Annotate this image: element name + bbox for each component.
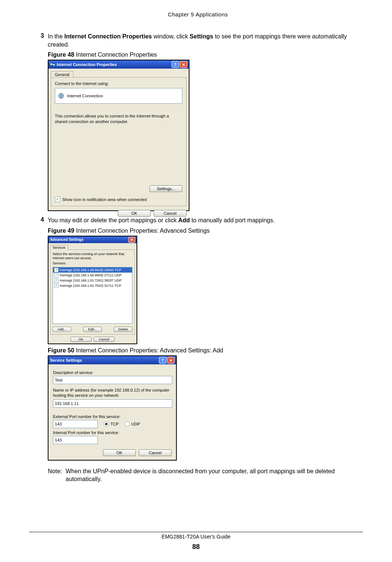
upnp-note: Note: When the UPnP-enabled device is di…	[48, 467, 362, 483]
step3-b2: Settings	[190, 33, 213, 40]
close-icon[interactable]: ✕	[180, 61, 187, 68]
figure-50-caption: Figure 50 Internet Connection Properties…	[48, 347, 362, 354]
help-icon[interactable]: ?	[159, 357, 166, 364]
tcp-radio[interactable]: TCP	[104, 421, 119, 427]
cancel-button[interactable]: Cancel	[154, 210, 186, 217]
list-item[interactable]: ✓msmsgs (192.168.1.81:7281) 35037 UDP	[53, 278, 132, 283]
fig48-description: This connection allows you to connect to…	[55, 113, 182, 125]
step4-t2: to manually add port mappings.	[190, 217, 275, 223]
checkbox-icon[interactable]: ✓	[54, 283, 59, 288]
step4-b1: Add	[178, 217, 190, 223]
checkbox-icon[interactable]: ✓	[54, 273, 59, 277]
svc-text: msmsgs (192.168.1.66:9859) 27111 UDP	[60, 273, 122, 277]
fig48-window: Internet Connection Properties ? ✕ Gener…	[48, 60, 189, 211]
udp-radio[interactable]: UDP	[125, 421, 140, 427]
host-input[interactable]: 192.168.1.11	[53, 399, 172, 408]
svc-text: msmsgs (192.168.1.66:9618) 16600 TCP	[60, 268, 121, 272]
note-text: When the UPnP-enabled device is disconne…	[66, 467, 362, 483]
chapter-header: Chapter 9 Applications	[34, 11, 362, 18]
note-label: Note:	[48, 467, 66, 483]
settings-button[interactable]: Settings...	[150, 185, 182, 192]
external-port-input[interactable]: 143	[53, 420, 98, 428]
figure-49-caption: Figure 49 Internet Connection Properties…	[48, 227, 362, 234]
svg-rect-1	[53, 64, 55, 66]
fig49-window: Advanced Settings ✕ Services Select the …	[48, 236, 137, 344]
ok-button[interactable]: OK	[118, 210, 151, 217]
step-3: 3 In the Internet Connection Properties …	[34, 32, 362, 48]
fig49-caption-text: Internet Connection Properties: Advanced…	[74, 227, 210, 234]
fig49-service-list[interactable]: ✓msmsgs (192.168.1.66:9618) 16600 TCP ✓m…	[53, 267, 132, 324]
connection-icon	[50, 62, 55, 67]
list-item[interactable]: ✓msmsgs (192.168.1.66:9618) 16600 TCP	[53, 267, 132, 273]
radio-icon[interactable]	[104, 421, 109, 427]
fig49-services-header: Services	[53, 261, 132, 266]
step-3-text: In the Internet Connection Properties wi…	[48, 32, 362, 48]
fig50-caption-text: Internet Connection Properties: Advanced…	[74, 347, 223, 354]
step-4: 4 You may edit or delete the port mappin…	[34, 216, 362, 225]
footer-guide: EMG2881-T20A User's Guide	[29, 532, 363, 540]
step3-t1: In the	[48, 33, 64, 40]
delete-button[interactable]: Delete	[114, 327, 132, 332]
tcp-label: TCP	[110, 422, 119, 426]
step-4-number: 4	[34, 216, 48, 223]
cancel-button[interactable]: Cancel	[139, 449, 172, 456]
fig48-caption-text: Internet Connection Properties	[74, 51, 157, 58]
fig49-label: Figure 49	[48, 227, 74, 234]
step3-t2: window, click	[152, 33, 189, 40]
edit-button[interactable]: Edit...	[83, 327, 102, 332]
description-input[interactable]: Test	[53, 376, 172, 384]
checkbox-icon[interactable]: ✓	[55, 197, 60, 202]
step3-b1: Internet Connection Properties	[64, 33, 152, 40]
checkbox-icon[interactable]: ✓	[54, 278, 59, 283]
fig48-titlebar[interactable]: Internet Connection Properties ? ✕	[48, 60, 189, 69]
ok-button[interactable]: OK	[103, 449, 136, 456]
fig50-window: Service Settings ? ✕ Description of serv…	[48, 355, 177, 461]
svg-rect-0	[50, 63, 52, 65]
fig50-ext-label: External Port number for this service:	[53, 414, 172, 419]
close-icon[interactable]: ✕	[167, 357, 175, 364]
udp-label: UDP	[131, 422, 140, 426]
fig50-label: Figure 50	[48, 347, 74, 354]
fig48-show-icon-label: Show icon in notification area when conn…	[62, 197, 147, 202]
cancel-button[interactable]: Cancel	[94, 337, 115, 342]
step-4-text: You may edit or delete the port mappings…	[48, 216, 362, 225]
fig48-label: Figure 48	[48, 51, 74, 58]
list-item[interactable]: ✓msmsgs (192.168.1.81:7810) 31711 TCP	[53, 283, 132, 288]
svc-text: msmsgs (192.168.1.81:7810) 31711 TCP	[60, 284, 121, 288]
fig48-connection-box[interactable]: Internet Connection	[55, 88, 182, 104]
fig50-title: Service Settings	[50, 358, 158, 362]
checkbox-icon[interactable]: ✓	[54, 268, 59, 272]
globe-icon	[57, 92, 65, 99]
fig48-connect-label: Connect to the Internet using:	[55, 81, 182, 86]
radio-icon[interactable]	[125, 421, 130, 427]
page-number: 88	[0, 543, 392, 551]
close-icon[interactable]: ✕	[128, 237, 135, 243]
figure-48-caption: Figure 48 Internet Connection Properties	[48, 51, 362, 58]
fig50-desc-label: Description of service:	[53, 370, 172, 375]
fig49-tab-services[interactable]: Services	[50, 245, 68, 250]
step4-t1: You may edit or delete the port mappings…	[48, 217, 178, 223]
internal-port-input[interactable]: 143	[53, 436, 98, 444]
step-3-number: 3	[34, 32, 48, 39]
fig49-titlebar[interactable]: Advanced Settings ✕	[48, 236, 137, 243]
fig48-connection-name: Internet Connection	[67, 94, 103, 98]
fig50-titlebar[interactable]: Service Settings ? ✕	[48, 356, 176, 364]
fig50-int-label: Internal Port number for this service:	[53, 430, 172, 435]
svc-text: msmsgs (192.168.1.81:7281) 35037 UDP	[60, 279, 122, 282]
add-button[interactable]: Add...	[53, 327, 71, 332]
fig49-intro: Select the services running on your netw…	[53, 252, 132, 260]
fig48-show-icon-row[interactable]: ✓ Show icon in notification area when co…	[55, 197, 182, 202]
fig48-title: Internet Connection Properties	[57, 62, 171, 67]
help-icon[interactable]: ?	[172, 61, 179, 68]
list-item[interactable]: ✓msmsgs (192.168.1.66:9859) 27111 UDP	[53, 273, 132, 278]
fig50-host-label: Name or IP address (for example 192.168.…	[53, 388, 172, 398]
fig49-title: Advanced Settings	[50, 238, 128, 242]
ok-button[interactable]: OK	[70, 337, 91, 342]
fig48-tab-general[interactable]: General	[51, 71, 73, 78]
